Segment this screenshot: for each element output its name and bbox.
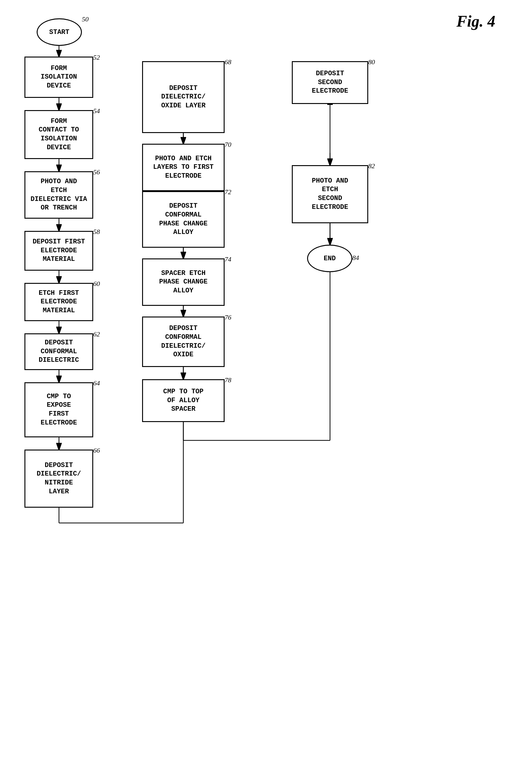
node-58: DEPOSIT FIRST ELECTRODE MATERIAL: [25, 231, 93, 271]
ref-end: 84: [352, 254, 359, 262]
node-78: CMP TO TOP OF ALLOY SPACER: [142, 379, 225, 422]
ref-82: 82: [368, 162, 375, 170]
node-56: PHOTO AND ETCH DIELECTRIC VIA OR TRENCH: [25, 171, 93, 219]
node-68: DEPOSIT DIELECTRIC/ OXIDE LAYER: [142, 61, 225, 133]
ref-74: 74: [225, 255, 231, 263]
ref-66: 66: [93, 447, 100, 455]
node-74: SPACER ETCH PHASE CHANGE ALLOY: [142, 258, 225, 306]
ref-64: 64: [93, 379, 100, 387]
ref-56: 56: [93, 168, 100, 176]
ref-58: 58: [93, 228, 100, 236]
figure-label: Fig. 4: [457, 12, 495, 30]
node-82: PHOTO AND ETCH SECOND ELECTRODE: [292, 165, 368, 223]
end-node: END: [307, 245, 352, 272]
node-62: DEPOSIT CONFORMAL DIELECTRIC: [25, 333, 93, 370]
node-64: CMP TO EXPOSE FIRST ELECTRODE: [25, 382, 93, 437]
node-60: ETCH FIRST ELECTRODE MATERIAL: [25, 283, 93, 321]
start-ref: 50: [82, 15, 89, 23]
node-52: FORM ISOLATION DEVICE: [25, 57, 93, 98]
ref-62: 62: [93, 330, 100, 338]
node-80: DEPOSIT SECOND ELECTRODE: [292, 61, 368, 104]
ref-78: 78: [225, 376, 231, 384]
node-54: FORM CONTACT TO ISOLATION DEVICE: [25, 110, 93, 159]
node-72: DEPOSIT CONFORMAL PHASE CHANGE ALLOY: [142, 191, 225, 248]
ref-60: 60: [93, 280, 100, 288]
ref-70: 70: [225, 141, 231, 149]
ref-68: 68: [225, 58, 231, 66]
start-node: START: [37, 19, 82, 46]
page: Fig. 4: [0, 0, 532, 782]
ref-80: 80: [368, 58, 375, 66]
ref-52: 52: [93, 54, 100, 62]
node-66: DEPOSIT DIELECTRIC/ NITRIDE LAYER: [25, 450, 93, 508]
node-70: PHOTO AND ETCH LAYERS TO FIRST ELECTRODE: [142, 144, 225, 191]
node-76: DEPOSIT CONFORMAL DIELECTRIC/ OXIDE: [142, 317, 225, 367]
ref-72: 72: [225, 188, 231, 196]
ref-76: 76: [225, 314, 231, 321]
ref-54: 54: [93, 107, 100, 115]
